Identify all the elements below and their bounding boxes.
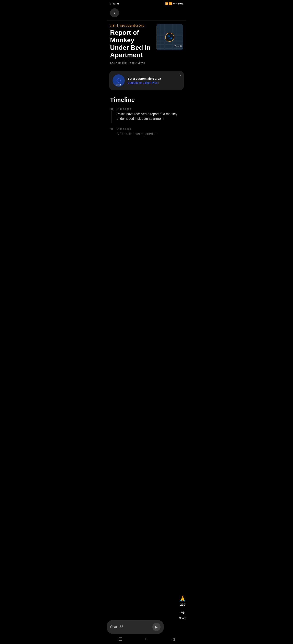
timeline-text-2: A 911 caller has reported an [117, 132, 183, 136]
signal-icon: ▪▪▪▪▪ [173, 2, 177, 5]
bluetooth-icon: 📶 [165, 2, 168, 5]
paw-icon: 🐾 [167, 35, 172, 40]
timeline-content-2: 24 mins ago A 911 caller has reported an [117, 127, 183, 136]
map-background: 🐾 West 10 [156, 24, 183, 50]
timeline-line-1 [112, 111, 112, 123]
incident-header: 3.8 mi · 830 Columbus Ave Report of Monk… [107, 24, 186, 68]
timeline-dot-col-2 [110, 127, 113, 136]
timeline-dot-col-1 [110, 107, 113, 123]
timeline-text-1: Police have received a report of a monke… [117, 112, 183, 121]
time-display: 3:37 [110, 2, 115, 5]
alert-banner: 2500ft Set a custom alert area Upgrade t… [109, 71, 184, 90]
timeline-dot-1 [111, 108, 113, 110]
timeline-dot-2 [111, 128, 113, 130]
back-button[interactable]: ‹ [110, 8, 119, 17]
status-bar: 3:37 M 📶 📶 ▪▪▪▪▪ 59% [107, 0, 186, 6]
back-section: ‹ [107, 6, 186, 20]
wifi-icon: 📶 [169, 2, 172, 5]
header-divider [107, 20, 186, 21]
incident-title: Report of Monkey Under Bed in Apartment [110, 29, 154, 59]
alert-close-button[interactable]: × [179, 74, 181, 77]
incident-location: 3.8 mi · 830 Columbus Ave [110, 24, 154, 27]
back-chevron-icon: ‹ [114, 11, 115, 15]
alert-icon: 2500ft [113, 74, 125, 86]
timeline-content-1: 24 mins ago Police have received a repor… [117, 107, 183, 123]
map-thumbnail[interactable]: 🐾 West 10 [156, 24, 183, 50]
timeline-section: Timeline 24 mins ago Police have receive… [107, 93, 186, 136]
battery-display: 59% [178, 2, 183, 5]
timeline-time-2: 24 mins ago [117, 127, 183, 130]
incident-divider [107, 68, 186, 68]
alert-distance: 2500ft [116, 84, 121, 86]
map-pin: 🐾 [165, 33, 174, 42]
close-icon: × [179, 74, 181, 77]
incident-stats: 55.4K notified · 4,082 views [110, 61, 154, 64]
alert-ring [117, 78, 121, 82]
timeline-item-2: 24 mins ago A 911 caller has reported an [110, 127, 183, 136]
alert-title: Set a custom alert area [128, 77, 180, 80]
map-label: West 10 [174, 45, 182, 47]
incident-info: 3.8 mi · 830 Columbus Ave Report of Monk… [110, 24, 156, 64]
mail-icon: M [117, 2, 119, 5]
timeline-time-1: 24 mins ago [117, 107, 183, 110]
timeline-heading: Timeline [110, 96, 183, 103]
alert-text-content: Set a custom alert area Upgrade to Citiz… [128, 77, 180, 84]
timeline-item: 24 mins ago Police have received a repor… [110, 107, 183, 123]
upgrade-link[interactable]: Upgrade to Citizen Plus › [128, 81, 180, 84]
